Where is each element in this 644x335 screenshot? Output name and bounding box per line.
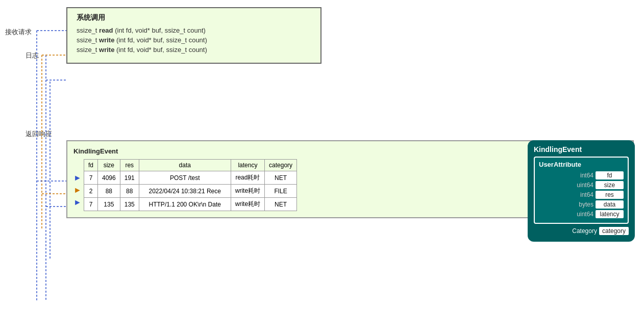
cell-fd-3: 7 [84,198,98,211]
label-receive: 接收请求 [5,28,32,37]
schema-category-field: category [599,227,629,235]
schema-box: KindlingEvent UserAttribute int64 fd uin… [528,140,635,242]
label-log: 日志 [26,51,39,60]
col-header-res: res [120,160,139,171]
col-header-latency: latency [231,160,264,171]
schema-field-size: uint64 size [539,181,624,189]
schema-inner: UserAttribute int64 fd uint64 size int64… [534,157,629,224]
arrow-blue-1: ► [73,173,82,183]
schema-inner-title: UserAttribute [539,161,624,168]
label-return: 返回响应 [26,130,52,139]
syscall-line-1: ssize_t read (int fd, void* buf, ssize_t… [77,27,311,34]
table-row: 7 4096 191 POST /test read耗时 NET [84,171,297,185]
cell-latency-1: read耗时 [231,171,264,185]
cell-category-2: FILE [265,185,297,198]
cell-category-1: NET [265,171,297,185]
cell-res-2: 88 [120,185,139,198]
syscall-suffix-2: (int fd, void* buf, ssize_t count) [114,36,207,44]
cell-data-1: POST /test [139,171,231,185]
schema-type-size: uint64 [577,182,593,189]
table-header-row: fd size res data latency category [84,160,297,171]
cell-size-2: 88 [98,185,120,198]
schema-type-latency: uint64 [577,211,593,218]
schema-type-res: int64 [580,191,593,198]
syscall-prefix-2: ssize_t [77,36,99,44]
cell-res-3: 135 [120,198,139,211]
arrow-column: ► ► ► [73,172,82,209]
syscall-line-2: ssize_t write (int fd, void* buf, ssize_… [77,36,311,44]
cell-size-1: 4096 [98,171,120,185]
schema-field-name-res: res [596,191,624,199]
col-header-data: data [139,160,231,171]
cell-latency-3: write耗时 [231,198,264,211]
cell-res-1: 191 [120,171,139,185]
schema-type-data: bytes [579,201,593,208]
data-table: fd size res data latency category 7 4096… [84,159,297,211]
arrow-blue-2: ► [73,198,82,207]
schema-field-res: int64 res [539,191,624,199]
syscall-suffix-1: (int fd, void* buf, ssize_t count) [113,27,206,34]
arrow-row-1: ► [73,172,82,184]
schema-field-name-data: data [596,200,624,209]
syscall-prefix-3: ssize_t [77,46,99,54]
col-header-size: size [98,160,120,171]
cell-fd-1: 7 [84,171,98,185]
syscall-prefix-1: ssize_t [77,27,99,34]
cell-category-3: NET [265,198,297,211]
schema-field-name-latency: latency [596,210,624,218]
schema-field-name-size: size [596,181,624,189]
main-container: 接收请求 日志 返回响应 系统调用 ssize_t read (int fd, … [0,0,644,335]
col-header-category: category [265,160,297,171]
table-row: 7 135 135 HTTP/1.1 200 OK\r\n Date write… [84,198,297,211]
table-row: 2 88 88 2022/04/24 10:38:21 Rece write耗时… [84,185,297,198]
arrow-row-2: ► [73,184,82,196]
arrow-orange-1: ► [73,186,82,195]
arrow-row-3: ► [73,196,82,209]
cell-data-2: 2022/04/24 10:38:21 Rece [139,185,231,198]
schema-type-fd: int64 [580,172,593,179]
syscall-title: 系统调用 [77,13,311,22]
syscall-suffix-3: (int fd, void* buf, ssize_t count) [114,46,207,54]
syscall-func-1: read [99,27,113,34]
syscall-line-3: ssize_t write (int fd, void* buf, ssize_… [77,46,311,54]
syscall-box: 系统调用 ssize_t read (int fd, void* buf, ss… [66,7,321,64]
cell-fd-2: 2 [84,185,98,198]
syscall-func-3: write [99,46,114,54]
schema-title: KindlingEvent [534,145,629,153]
schema-field-latency: uint64 latency [539,210,624,218]
schema-field-name-fd: fd [596,171,624,179]
schema-category-row: Category category [534,227,629,235]
schema-category-label: Category [572,227,597,235]
cell-size-3: 135 [98,198,120,211]
schema-field-fd: int64 fd [539,171,624,179]
cell-latency-2: write耗时 [231,185,264,198]
syscall-func-2: write [99,36,114,44]
col-header-fd: fd [84,160,98,171]
schema-field-data: bytes data [539,200,624,209]
cell-data-3: HTTP/1.1 200 OK\r\n Date [139,198,231,211]
